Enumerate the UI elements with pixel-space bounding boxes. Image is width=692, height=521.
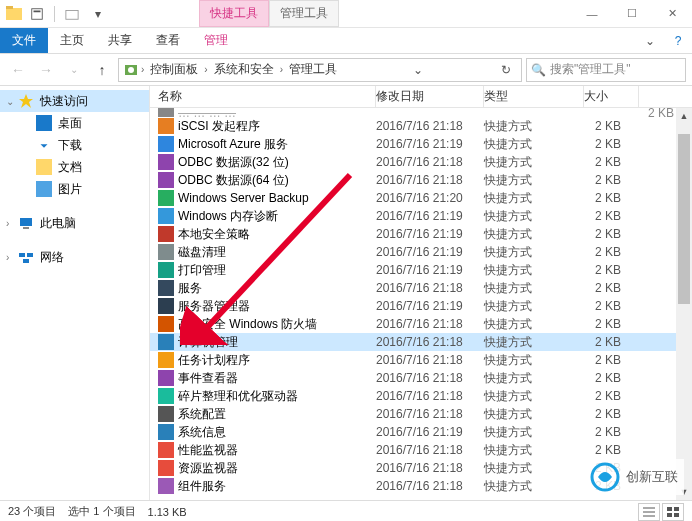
chevron-right-icon[interactable]: › xyxy=(280,64,283,75)
breadcrumb-seg[interactable]: 管理工具 xyxy=(285,61,341,78)
svg-rect-12 xyxy=(23,259,29,263)
nav-documents[interactable]: 文档 xyxy=(0,156,149,178)
search-input[interactable]: 🔍 搜索"管理工具" xyxy=(526,58,686,82)
nav-recent-dropdown[interactable]: ⌄ xyxy=(62,58,86,82)
file-row[interactable]: 任务计划程序2016/7/16 21:18快捷方式2 KB xyxy=(150,351,692,369)
chevron-right-icon[interactable]: › xyxy=(204,64,207,75)
svg-rect-2 xyxy=(32,8,43,19)
chevron-right-icon[interactable]: › xyxy=(141,64,144,75)
file-icon xyxy=(158,406,174,422)
file-icon xyxy=(158,208,174,224)
minimize-button[interactable]: — xyxy=(572,0,612,27)
file-row[interactable]: Microsoft Azure 服务2016/7/16 21:19快捷方式2 K… xyxy=(150,135,692,153)
file-row[interactable]: Windows Server Backup2016/7/16 21:20快捷方式… xyxy=(150,189,692,207)
qat-dropdown-button[interactable]: ▾ xyxy=(87,3,109,25)
file-icon xyxy=(158,424,174,440)
nav-pictures[interactable]: 图片 xyxy=(0,178,149,200)
file-row[interactable]: 碎片整理和优化驱动器2016/7/16 21:18快捷方式2 KB xyxy=(150,387,692,405)
file-type: 快捷方式 xyxy=(484,442,584,459)
ribbon-tab-home[interactable]: 主页 xyxy=(48,27,96,54)
nav-network[interactable]: › 网络 xyxy=(0,246,149,268)
nav-desktop[interactable]: 桌面 xyxy=(0,112,149,134)
file-name: 高级安全 Windows 防火墙 xyxy=(178,316,317,333)
ribbon-expand-button[interactable]: ⌄ xyxy=(636,34,664,48)
svg-rect-1 xyxy=(6,6,13,9)
file-row[interactable]: ODBC 数据源(32 位)2016/7/16 21:18快捷方式2 KB xyxy=(150,153,692,171)
file-row[interactable]: 系统配置2016/7/16 21:18快捷方式2 KB xyxy=(150,405,692,423)
maximize-button[interactable]: ☐ xyxy=(612,0,652,27)
column-type[interactable]: 类型 xyxy=(484,86,584,107)
file-name: 本地安全策略 xyxy=(178,226,250,243)
qat-properties-button[interactable] xyxy=(26,3,48,25)
file-icon xyxy=(158,442,174,458)
file-row[interactable]: 高级安全 Windows 防火墙2016/7/16 21:18快捷方式2 KB xyxy=(150,315,692,333)
ribbon-tab-view[interactable]: 查看 xyxy=(144,27,192,54)
breadcrumb[interactable]: › 控制面板 › 系统和安全 › 管理工具 ⌄ ↻ xyxy=(118,58,522,82)
scroll-up-button[interactable]: ▲ xyxy=(676,108,692,124)
file-row[interactable]: 打印管理2016/7/16 21:19快捷方式2 KB xyxy=(150,261,692,279)
file-type: 快捷方式 xyxy=(484,460,584,477)
file-row[interactable]: 服务2016/7/16 21:18快捷方式2 KB xyxy=(150,279,692,297)
nav-quick-access[interactable]: ⌄ 快速访问 xyxy=(0,90,149,112)
file-name: 打印管理 xyxy=(178,262,226,279)
breadcrumb-seg[interactable]: 系统和安全 xyxy=(210,61,278,78)
column-date[interactable]: 修改日期 xyxy=(376,86,484,107)
file-name: Windows 内存诊断 xyxy=(178,208,278,225)
ribbon-tab-share[interactable]: 共享 xyxy=(96,27,144,54)
column-size[interactable]: 大小 xyxy=(584,86,639,107)
file-row[interactable]: iSCSI 发起程序2016/7/16 21:18快捷方式2 KB xyxy=(150,117,692,135)
file-date: 2016/7/16 21:19 xyxy=(376,263,484,277)
file-row[interactable]: ODBC 数据源(64 位)2016/7/16 21:18快捷方式2 KB xyxy=(150,171,692,189)
nav-forward-button[interactable]: → xyxy=(34,58,58,82)
column-name[interactable]: 名称 xyxy=(150,86,376,107)
file-name: 事件查看器 xyxy=(178,370,238,387)
file-size: 2 KB xyxy=(584,407,639,421)
file-row[interactable]: … … … … 2 KB xyxy=(150,108,692,117)
ribbon-file-tab[interactable]: 文件 xyxy=(0,28,48,53)
search-icon: 🔍 xyxy=(531,63,546,77)
breadcrumb-seg[interactable]: 控制面板 xyxy=(146,61,202,78)
scroll-thumb[interactable] xyxy=(678,134,690,304)
contextual-tab-shortcut-tools[interactable]: 快捷工具 xyxy=(199,0,269,27)
chevron-down-icon[interactable]: ⌄ xyxy=(6,96,14,107)
file-row[interactable]: 计算机管理2016/7/16 21:18快捷方式2 KB xyxy=(150,333,692,351)
scrollbar[interactable]: ▲ ▼ xyxy=(676,108,692,500)
file-date: 2016/7/16 21:18 xyxy=(376,407,484,421)
nav-up-button[interactable]: ↑ xyxy=(90,58,114,82)
file-type: 快捷方式 xyxy=(484,478,584,495)
file-row[interactable]: 磁盘清理2016/7/16 21:19快捷方式2 KB xyxy=(150,243,692,261)
file-row[interactable]: Windows 内存诊断2016/7/16 21:19快捷方式2 KB xyxy=(150,207,692,225)
file-row[interactable]: 本地安全策略2016/7/16 21:19快捷方式2 KB xyxy=(150,225,692,243)
file-size: 2 KB xyxy=(584,389,639,403)
nav-back-button[interactable]: ← xyxy=(6,58,30,82)
address-dropdown-button[interactable]: ⌄ xyxy=(407,63,429,77)
file-size: 2 KB xyxy=(584,173,639,187)
close-button[interactable]: ✕ xyxy=(652,0,692,27)
file-type: 快捷方式 xyxy=(484,424,584,441)
view-details-button[interactable] xyxy=(638,503,660,521)
ribbon-help-button[interactable]: ? xyxy=(664,34,692,48)
file-row[interactable]: 服务器管理器2016/7/16 21:19快捷方式2 KB xyxy=(150,297,692,315)
qat-new-folder-button[interactable] xyxy=(61,3,83,25)
view-icons-button[interactable] xyxy=(662,503,684,521)
contextual-tab-admin-tools[interactable]: 管理工具 xyxy=(269,0,339,27)
file-size: 2 KB xyxy=(584,443,639,457)
refresh-button[interactable]: ↻ xyxy=(495,63,517,77)
chevron-right-icon[interactable]: › xyxy=(6,252,9,263)
file-row[interactable]: 系统信息2016/7/16 21:19快捷方式2 KB xyxy=(150,423,692,441)
ribbon: 文件 主页 共享 查看 管理 ⌄ ? xyxy=(0,28,692,54)
file-size: 2 KB xyxy=(584,119,639,133)
chevron-right-icon[interactable]: › xyxy=(6,218,9,229)
file-type: 快捷方式 xyxy=(484,388,584,405)
ribbon-tab-manage[interactable]: 管理 xyxy=(192,27,240,54)
scroll-track[interactable] xyxy=(676,124,692,484)
file-row[interactable]: 性能监视器2016/7/16 21:18快捷方式2 KB xyxy=(150,441,692,459)
file-size: 2 KB xyxy=(584,137,639,151)
file-date: 2016/7/16 21:18 xyxy=(376,371,484,385)
nav-downloads[interactable]: 下载 xyxy=(0,134,149,156)
file-list[interactable]: … … … … 2 KB iSCSI 发起程序2016/7/16 21:18快捷… xyxy=(150,108,692,500)
file-icon xyxy=(158,388,174,404)
file-row[interactable]: 事件查看器2016/7/16 21:18快捷方式2 KB xyxy=(150,369,692,387)
svg-rect-10 xyxy=(19,253,25,257)
nav-this-pc[interactable]: › 此电脑 xyxy=(0,212,149,234)
